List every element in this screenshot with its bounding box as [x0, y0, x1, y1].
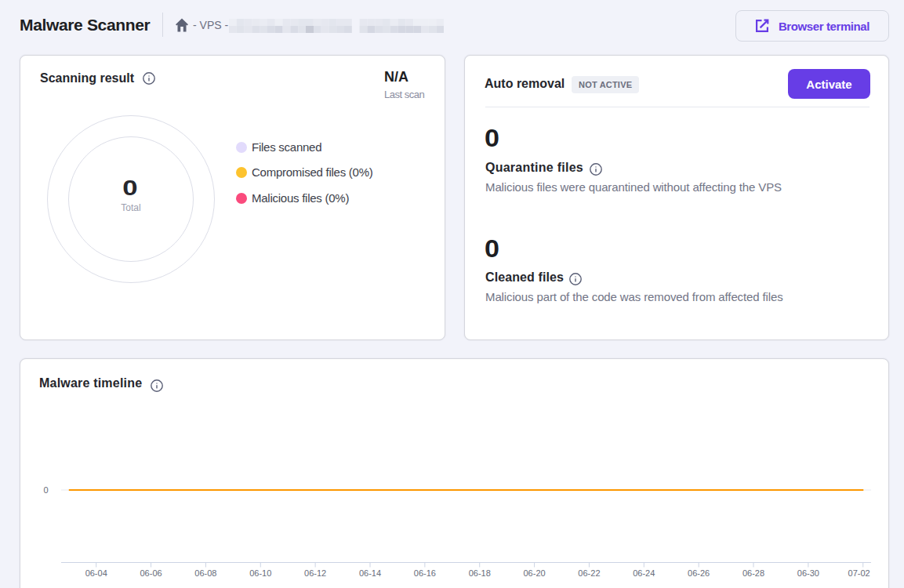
svg-text:0: 0 [43, 485, 48, 495]
svg-text:06-26: 06-26 [688, 568, 710, 578]
svg-text:06-30: 06-30 [797, 568, 819, 578]
svg-text:06-16: 06-16 [414, 568, 436, 578]
svg-text:06-14: 06-14 [359, 568, 381, 578]
svg-text:06-24: 06-24 [633, 568, 655, 578]
svg-text:06-06: 06-06 [140, 568, 162, 578]
svg-text:06-12: 06-12 [304, 568, 326, 578]
svg-text:06-22: 06-22 [578, 568, 600, 578]
svg-text:06-04: 06-04 [85, 568, 107, 578]
svg-text:06-08: 06-08 [194, 568, 216, 578]
svg-text:06-28: 06-28 [742, 568, 764, 578]
svg-text:06-18: 06-18 [469, 568, 491, 578]
svg-text:06-20: 06-20 [524, 568, 546, 578]
svg-text:07-02: 07-02 [848, 568, 870, 578]
svg-text:06-10: 06-10 [249, 568, 271, 578]
